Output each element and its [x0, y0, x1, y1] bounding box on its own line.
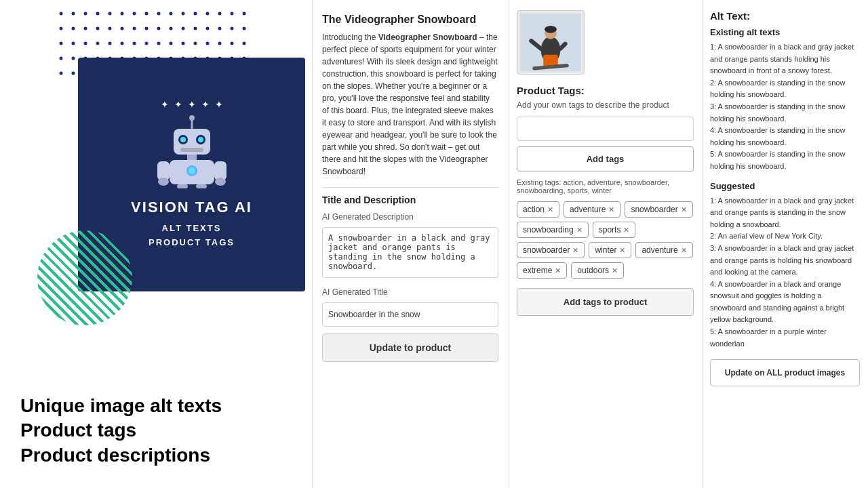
svg-point-5 — [180, 137, 186, 142]
tag-adventure-2[interactable]: adventure ✕ — [635, 242, 692, 258]
product-tags-title: Product Tags: — [517, 85, 694, 96]
svg-point-11 — [189, 167, 195, 174]
svg-rect-7 — [180, 148, 203, 152]
star-icon: ✦ — [161, 99, 169, 110]
tag-label: sports — [599, 225, 621, 235]
product-image-thumbnail — [517, 10, 585, 75]
tag-label: adventure — [570, 205, 606, 214]
section-title-and-description: Title and Description — [322, 187, 498, 205]
add-tags-to-product-button[interactable]: Add tags to product — [517, 288, 694, 316]
tag-adventure[interactable]: adventure ✕ — [564, 201, 620, 218]
svg-rect-13 — [214, 161, 226, 180]
product-desc-rest: – the perfect piece of sports equipment … — [322, 33, 498, 176]
ai-generated-title-label: AI Generated Title — [322, 287, 498, 297]
tag-winter[interactable]: winter ✕ — [589, 242, 631, 258]
update-all-images-button[interactable]: Update on ALL product images — [710, 359, 860, 386]
star-icon: ✦ — [215, 99, 223, 110]
tag-remove-icon[interactable]: ✕ — [623, 226, 629, 235]
tag-remove-icon[interactable]: ✕ — [619, 246, 625, 255]
alt-suggested-item: 2: An aerial view of New York City. — [710, 230, 860, 243]
svg-point-14 — [158, 178, 169, 186]
alt-suggested-title: Suggested — [710, 181, 860, 191]
tag-label: adventure — [642, 245, 677, 255]
tag-snowboarding[interactable]: snowboarding ✕ — [517, 222, 589, 238]
alt-existing-item: 1: A snowboarder in a black and gray jac… — [710, 41, 860, 77]
right-panel: Product Tags: Add your own tags to descr… — [509, 0, 702, 488]
existing-tags-text: Existing tags: action, adventure, snowbo… — [517, 178, 694, 195]
left-panel: ✦ ✦ ✦ ✦ ✦ — [0, 0, 312, 488]
alt-suggested-item: 4: A snowboarder in a black and orange s… — [710, 279, 860, 326]
svg-rect-16 — [177, 184, 188, 188]
svg-rect-12 — [157, 161, 170, 180]
alt-existing-item: 4: A snowboarder is standing in the snow… — [710, 125, 860, 148]
alt-existing-item: 3: A snowboarder is standing in the snow… — [710, 101, 860, 125]
product-tags-desc: Add your own tags to describe the produc… — [517, 100, 694, 110]
tag-remove-icon[interactable]: ✕ — [547, 205, 553, 214]
bottom-overlay-text: Unique image alt texts Product tags Prod… — [0, 380, 312, 488]
green-circle-decoration — [37, 230, 132, 325]
tags-container: action ✕ adventure ✕ snowboarder ✕ snowb… — [517, 201, 694, 279]
tag-sports[interactable]: sports ✕ — [593, 222, 636, 238]
alt-existing-title: Existing alt texts — [710, 27, 860, 37]
tag-remove-icon[interactable]: ✕ — [555, 266, 561, 275]
logo-title: VISION TAG AI — [131, 199, 252, 216]
star-icon: ✦ — [188, 99, 196, 110]
alt-suggested-item: 5: A snowboarder in a purple winter wond… — [710, 326, 860, 350]
tag-label: snowboarding — [523, 225, 574, 235]
alt-existing-item: 5: A snowboarder is standing in the snow… — [710, 148, 860, 172]
tag-remove-icon[interactable]: ✕ — [612, 266, 618, 275]
ai-generated-desc-label: AI Generated Description — [322, 212, 498, 222]
tag-remove-icon[interactable]: ✕ — [681, 205, 687, 214]
alt-suggested-item: 3: A snowboarder in a black and gray jac… — [710, 243, 860, 279]
product-desc-bold: Videographer Snowboard — [378, 33, 477, 42]
star-icon: ✦ — [201, 99, 210, 110]
tag-extreme[interactable]: extreme ✕ — [517, 262, 567, 279]
bottom-line-3: Product descriptions — [20, 443, 298, 468]
tag-remove-icon[interactable]: ✕ — [572, 246, 578, 255]
logo-subtitle: ALT TEXTS PRODUCT TAGS — [149, 222, 235, 250]
alt-text-title: Alt Text: — [710, 10, 860, 22]
tag-label: extreme — [523, 266, 552, 275]
tag-label: snowboarder — [523, 245, 570, 255]
tag-remove-icon[interactable]: ✕ — [681, 246, 687, 255]
alt-existing-list: 1: A snowboarder in a black and gray jac… — [710, 41, 860, 173]
logo-subtitle-line1: ALT TEXTS — [162, 223, 222, 233]
tag-action[interactable]: action ✕ — [517, 201, 559, 218]
add-tags-button[interactable]: Add tags — [517, 146, 694, 171]
tag-remove-icon[interactable]: ✕ — [576, 226, 583, 235]
bottom-line-2: Product tags — [20, 418, 298, 443]
logo-subtitle-line2: PRODUCT TAGS — [149, 237, 235, 247]
middle-panel: The Videographer Snowboard Introducing t… — [312, 0, 509, 488]
ai-generated-title-input[interactable] — [322, 302, 498, 327]
logo-stars: ✦ ✦ ✦ ✦ ✦ — [161, 99, 223, 110]
tag-outdoors[interactable]: outdoors ✕ — [571, 262, 624, 279]
tag-label: snowboarder — [631, 205, 677, 214]
product-title: The Videographer Snowboard — [322, 14, 498, 26]
tag-snowboarder-1[interactable]: snowboarder ✕ — [625, 201, 692, 218]
tag-label: action — [523, 205, 545, 214]
svg-point-15 — [215, 178, 226, 186]
tag-input-field[interactable] — [517, 117, 694, 141]
alt-suggested-list: 1: A snowboarder in a black and gray jac… — [710, 195, 860, 350]
svg-point-6 — [198, 137, 203, 142]
tag-label: outdoors — [577, 266, 609, 275]
product-desc-intro: Introducing the — [322, 33, 378, 42]
robot-icon — [155, 114, 229, 188]
update-to-product-button[interactable]: Update to product — [322, 333, 498, 362]
svg-rect-17 — [196, 184, 207, 188]
ai-generated-desc-textarea[interactable]: A snowboarder in a black and gray jacket… — [322, 227, 498, 278]
svg-point-22 — [545, 26, 557, 33]
svg-rect-8 — [187, 155, 197, 160]
alt-suggested-item: 1: A snowboarder in a black and gray jac… — [710, 195, 860, 231]
bottom-line-1: Unique image alt texts — [20, 394, 298, 418]
alt-existing-item: 2: A snowboarder is standing in the snow… — [710, 77, 860, 101]
svg-point-1 — [189, 115, 195, 121]
tag-snowboarder-2[interactable]: snowboarder ✕ — [517, 242, 585, 258]
tag-label: winter — [595, 245, 616, 255]
product-description: Introducing the Videographer Snowboard –… — [322, 31, 498, 178]
star-icon: ✦ — [174, 99, 182, 110]
tag-remove-icon[interactable]: ✕ — [608, 205, 614, 214]
alt-text-panel: Alt Text: Existing alt texts 1: A snowbo… — [702, 0, 868, 488]
